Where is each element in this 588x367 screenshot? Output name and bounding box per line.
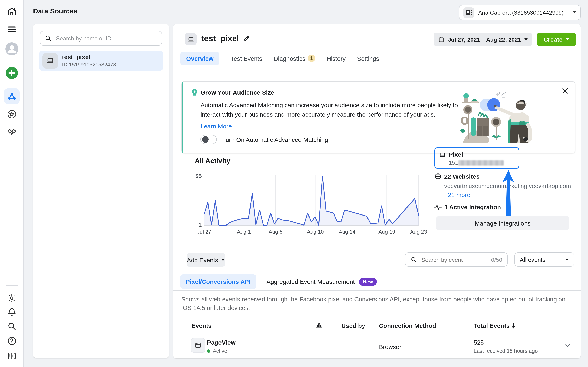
account-label: Ana Cabrera (331853001442999) bbox=[478, 9, 564, 16]
table-row[interactable]: PageView Active Browser 525 Last receive… bbox=[173, 335, 581, 359]
source-list-item[interactable]: test_pixel ID 1519910521532478 bbox=[39, 50, 163, 71]
pulse-icon bbox=[434, 204, 442, 210]
tab-label: History bbox=[327, 55, 346, 62]
data-sources-panel: test_pixel ID 1519910521532478 bbox=[33, 24, 169, 358]
learn-more-link[interactable]: Learn More bbox=[200, 123, 232, 130]
x-tick-label: Aug 23 bbox=[410, 229, 427, 235]
add-events-label: Add Events bbox=[187, 257, 218, 263]
table-header-divider bbox=[173, 332, 581, 332]
warning-icon bbox=[316, 322, 322, 328]
websites-count: 22 Websites bbox=[444, 173, 480, 180]
pixel-label: Pixel bbox=[449, 151, 463, 158]
toggle-label: Turn On Automatic Advanced Matching bbox=[222, 136, 328, 143]
events-filter-dropdown[interactable]: All events bbox=[515, 252, 574, 267]
account-selector[interactable]: Ana Cabrera (331853001442999) bbox=[459, 5, 581, 20]
y-axis-min: 1 bbox=[190, 222, 202, 228]
tab-history[interactable]: History bbox=[327, 55, 346, 62]
lightbulb-icon bbox=[191, 89, 199, 97]
source-search[interactable] bbox=[40, 31, 162, 46]
favorites-star-icon[interactable] bbox=[6, 108, 17, 120]
edit-pencil-icon[interactable] bbox=[243, 35, 250, 42]
tab-test-events[interactable]: Test Events bbox=[231, 55, 262, 62]
browser-window-icon bbox=[191, 338, 205, 353]
chevron-down-icon bbox=[573, 11, 576, 13]
tab-aggregated-event-measurement[interactable]: Aggregated Event Measurement New bbox=[267, 277, 377, 286]
annotation-arrow-icon bbox=[502, 170, 515, 216]
banner-title: Grow Your Audience Size bbox=[200, 89, 274, 96]
home-icon[interactable] bbox=[6, 6, 17, 17]
date-range-label: Jul 27, 2021 – Aug 22, 2021 bbox=[448, 36, 521, 43]
expand-chevron-icon[interactable] bbox=[564, 342, 571, 349]
activity-chart: 95 1 Jul 27Aug 1Aug 5Aug 10Aug 14Aug 19A… bbox=[204, 175, 419, 236]
status-dot bbox=[207, 349, 210, 352]
menu-icon[interactable] bbox=[6, 24, 17, 35]
business-suite-icon bbox=[463, 7, 474, 18]
close-icon[interactable] bbox=[562, 88, 568, 94]
x-tick-label: Aug 10 bbox=[307, 229, 324, 235]
account-avatar[interactable] bbox=[5, 42, 18, 55]
event-name: PageView bbox=[207, 339, 236, 346]
tab-overview[interactable]: Overview bbox=[181, 52, 219, 65]
tabs-divider bbox=[173, 70, 581, 70]
tab-label: Aggregated Event Measurement bbox=[267, 278, 355, 285]
create-button[interactable]: Create bbox=[537, 33, 576, 46]
events-manager-icon[interactable] bbox=[4, 89, 19, 104]
tab-label: Pixel/Conversions API bbox=[186, 278, 251, 285]
help-icon[interactable] bbox=[6, 335, 17, 347]
tab-diagnostics[interactable]: Diagnostics 1 bbox=[274, 55, 315, 62]
tab-pixel-conversions-api[interactable]: Pixel/Conversions API bbox=[181, 275, 256, 289]
pixel-id-prefix: 151 bbox=[449, 159, 458, 166]
globe-icon bbox=[434, 173, 441, 180]
line-chart bbox=[204, 175, 419, 225]
banner-body: Automatic Advanced Matching can increase… bbox=[200, 100, 472, 119]
event-status: Active bbox=[213, 348, 227, 354]
x-tick-label: Jul 27 bbox=[197, 229, 211, 235]
event-search[interactable]: 0/50 bbox=[405, 252, 508, 267]
page-title: Data Sources bbox=[33, 7, 77, 16]
col-used-by: Used by bbox=[341, 322, 365, 329]
date-range-picker[interactable]: Jul 27, 2021 – Aug 22, 2021 bbox=[434, 33, 532, 46]
col-connection-method: Connection Method bbox=[379, 322, 436, 329]
search-char-counter: 0/50 bbox=[491, 256, 502, 263]
search-icon bbox=[44, 35, 52, 42]
source-search-input[interactable] bbox=[55, 35, 158, 42]
filter-value: All events bbox=[520, 256, 545, 263]
pixel-laptop-icon bbox=[185, 33, 197, 45]
pixel-title: test_pixel bbox=[201, 34, 239, 43]
create-plus-icon[interactable] bbox=[6, 67, 18, 79]
last-received: Last received 18 hours ago bbox=[474, 348, 538, 354]
advanced-matching-toggle[interactable] bbox=[200, 135, 217, 144]
collapse-panel-icon[interactable] bbox=[6, 350, 17, 362]
x-tick-label: Aug 19 bbox=[378, 229, 395, 235]
pixel-id: 151 bbox=[449, 159, 504, 166]
event-search-input[interactable] bbox=[421, 256, 488, 263]
calendar-icon bbox=[438, 36, 445, 43]
col-total-events[interactable]: Total Events bbox=[474, 322, 516, 329]
search-icon bbox=[410, 256, 417, 263]
partners-handshake-icon[interactable] bbox=[6, 126, 17, 138]
redacted-pixel-id bbox=[458, 160, 504, 166]
total-events-value: 525 bbox=[474, 339, 484, 346]
manage-integrations-label: Manage Integrations bbox=[475, 220, 531, 226]
create-label: Create bbox=[544, 36, 562, 43]
y-axis-max: 95 bbox=[190, 173, 202, 179]
active-integration: 1 Active Integration bbox=[444, 203, 501, 210]
new-badge: New bbox=[359, 277, 377, 286]
settings-gear-icon[interactable] bbox=[6, 292, 17, 304]
notifications-bell-icon[interactable] bbox=[6, 306, 17, 318]
more-websites-link[interactable]: +21 more bbox=[444, 191, 470, 198]
audience-illustration bbox=[458, 91, 546, 143]
manage-integrations-button[interactable]: Manage Integrations bbox=[436, 216, 569, 230]
chevron-down-icon bbox=[566, 38, 569, 40]
tab-settings[interactable]: Settings bbox=[357, 55, 379, 62]
connection-method: Browser bbox=[379, 343, 401, 350]
diagnostics-badge: 1 bbox=[308, 55, 315, 62]
chevron-down-icon bbox=[566, 259, 569, 261]
chevron-down-icon bbox=[524, 38, 527, 40]
rail-divider bbox=[6, 285, 17, 286]
pixel-laptop-icon bbox=[439, 152, 446, 158]
main-card: test_pixel Jul 27, 2021 – Aug 22, 2021 C… bbox=[173, 24, 581, 359]
add-events-button[interactable]: Add Events bbox=[187, 253, 225, 267]
sort-desc-icon bbox=[511, 323, 516, 328]
search-icon[interactable] bbox=[6, 320, 17, 332]
